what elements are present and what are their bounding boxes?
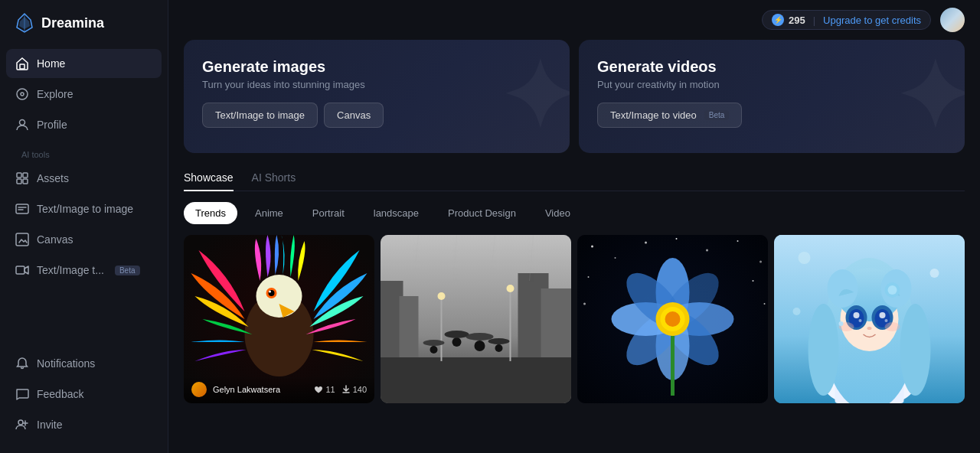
image-grid: Gelyn Lakwatsera 11 140 xyxy=(168,224,980,453)
assets-icon xyxy=(15,171,29,185)
text-image-icon xyxy=(15,202,29,216)
svg-point-68 xyxy=(799,252,811,264)
main-nav: Home Explore Profile AI tools As xyxy=(0,49,168,349)
sidebar-item-explore-label: Explore xyxy=(37,88,73,100)
svg-point-31 xyxy=(452,337,462,347)
svg-point-65 xyxy=(665,311,681,327)
explore-icon xyxy=(15,87,29,101)
canvas-button[interactable]: Canvas xyxy=(324,103,384,128)
svg-rect-8 xyxy=(23,173,28,178)
svg-point-88 xyxy=(867,327,872,330)
gallery-item-anime[interactable] xyxy=(774,235,965,403)
sidebar-item-text-video-label: Text/Image t... xyxy=(37,264,104,276)
svg-rect-13 xyxy=(16,266,24,274)
text-video-button[interactable]: Text/Image to video Beta xyxy=(597,103,742,128)
tab-showcase[interactable]: Showcase xyxy=(184,165,234,191)
filter-product-design[interactable]: Product Design xyxy=(436,202,528,224)
credits-pill[interactable]: ⚡ 295 | Upgrade to get credits xyxy=(762,10,931,30)
sidebar-item-notifications[interactable]: Notifications xyxy=(6,349,162,378)
svg-rect-9 xyxy=(17,179,21,184)
logo-icon xyxy=(14,12,35,34)
svg-point-92 xyxy=(888,285,897,295)
logo-area[interactable]: Dreamina xyxy=(0,0,168,46)
svg-point-70 xyxy=(793,308,801,315)
video-beta-badge: Beta xyxy=(704,110,730,120)
sidebar-item-text-image-label: Text/Image to image xyxy=(37,203,133,215)
sidebar-item-home-label: Home xyxy=(37,57,65,70)
sidebar-item-text-image[interactable]: Text/Image to image xyxy=(6,194,162,223)
svg-point-35 xyxy=(495,344,503,352)
svg-point-44 xyxy=(591,246,593,248)
generate-images-buttons: Text/Image to image Canvas xyxy=(202,103,551,128)
svg-point-28 xyxy=(438,292,446,300)
anime-svg xyxy=(774,235,965,403)
avatar-image xyxy=(940,8,965,32)
sidebar-item-canvas[interactable]: Canvas xyxy=(6,225,162,254)
city-svg xyxy=(381,235,571,403)
svg-point-49 xyxy=(737,240,739,242)
svg-point-20 xyxy=(269,291,271,293)
svg-rect-3 xyxy=(20,64,24,69)
sidebar: Dreamina Home Explore Profile AI tools xyxy=(0,0,168,453)
sidebar-item-invite-label: Invite xyxy=(37,419,62,431)
logo-text: Dreamina xyxy=(41,15,104,31)
filter-portrait[interactable]: Portrait xyxy=(301,202,356,224)
invite-icon xyxy=(15,418,29,432)
video-icon xyxy=(15,263,29,277)
flower-svg xyxy=(577,235,768,403)
sidebar-item-profile-label: Profile xyxy=(37,119,67,131)
beta-badge: Beta xyxy=(115,266,140,275)
img-username-eagle: Gelyn Lakwatsera xyxy=(213,385,280,394)
heart-icon xyxy=(314,385,323,394)
generate-images-title: Generate images xyxy=(202,58,551,76)
sidebar-item-invite[interactable]: Invite xyxy=(6,410,162,439)
svg-point-54 xyxy=(764,303,766,305)
credits-icon: ⚡ xyxy=(772,14,784,26)
svg-point-30 xyxy=(507,285,514,292)
svg-point-36 xyxy=(488,338,510,344)
filter-landscape[interactable]: landscape xyxy=(362,202,430,224)
text-image-button[interactable]: Text/Image to image xyxy=(202,103,318,128)
gallery-item-flower[interactable] xyxy=(577,235,768,403)
svg-point-34 xyxy=(466,333,494,341)
credits-divider: | xyxy=(813,15,815,26)
generate-videos-card: ✦ Generate videos Put your creativity in… xyxy=(579,40,965,153)
svg-point-74 xyxy=(808,304,839,396)
svg-point-38 xyxy=(423,340,445,346)
feedback-icon xyxy=(15,387,29,401)
ai-tools-label: AI tools xyxy=(6,141,162,164)
sidebar-item-feedback[interactable]: Feedback xyxy=(6,380,162,409)
sidebar-bottom: Notifications Feedback Invite xyxy=(0,349,168,453)
svg-point-75 xyxy=(900,304,931,396)
svg-point-51 xyxy=(588,276,590,278)
generate-images-subtitle: Turn your ideas into stunning images xyxy=(202,79,551,90)
sidebar-item-text-video[interactable]: Text/Image t... Beta xyxy=(6,256,162,285)
svg-point-84 xyxy=(854,312,860,318)
svg-rect-7 xyxy=(17,173,21,178)
img-avatar-eagle xyxy=(191,382,207,397)
sidebar-item-explore[interactable]: Explore xyxy=(6,80,162,109)
tab-ai-shorts[interactable]: AI Shorts xyxy=(252,165,296,191)
generate-images-card: ✦ Generate images Turn your ideas into s… xyxy=(184,40,570,153)
credits-count: 295 xyxy=(789,15,805,26)
svg-point-87 xyxy=(885,319,888,322)
upgrade-link[interactable]: Upgrade to get credits xyxy=(823,15,921,26)
sidebar-item-assets[interactable]: Assets xyxy=(6,164,162,193)
filter-trends[interactable]: Trends xyxy=(184,202,237,224)
canvas-icon xyxy=(15,233,29,246)
gallery-item-eagle[interactable]: Gelyn Lakwatsera 11 140 xyxy=(184,235,374,403)
sidebar-item-profile[interactable]: Profile xyxy=(6,110,162,139)
hero-section: ✦ Generate images Turn your ideas into s… xyxy=(168,40,980,165)
svg-point-52 xyxy=(753,280,754,282)
svg-point-78 xyxy=(828,269,858,308)
bell-icon xyxy=(15,357,29,370)
filter-anime[interactable]: Anime xyxy=(243,202,295,224)
filter-video[interactable]: Video xyxy=(534,202,582,224)
generate-videos-subtitle: Put your creativity in motion xyxy=(597,79,946,90)
svg-point-69 xyxy=(930,269,939,278)
download-icon xyxy=(341,385,351,394)
gallery-item-city[interactable] xyxy=(381,235,571,403)
avatar[interactable] xyxy=(940,8,965,32)
sidebar-item-home[interactable]: Home xyxy=(6,49,162,78)
generate-videos-title: Generate videos xyxy=(597,58,946,76)
